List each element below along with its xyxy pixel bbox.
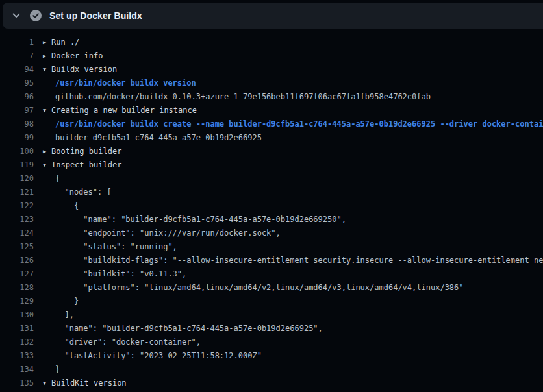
log-line[interactable]: 1 ▶ Run ./ [0, 36, 543, 49]
line-text: "driver": "docker-container", [55, 336, 201, 349]
line-text: github.com/docker/buildx 0.10.3+azure-1 … [55, 90, 431, 104]
log-line: 124 "endpoint": "unix:///var/run/docker.… [0, 227, 543, 240]
log-line: 126 "buildkitd-flags": "--allow-insecure… [0, 254, 543, 267]
line-text: "nodes": [ [55, 186, 112, 199]
log-line[interactable]: 119 ▼ Inspect builder [0, 158, 543, 172]
log-line: 132 "driver": "docker-container", [0, 336, 543, 349]
line-number[interactable]: 1 [0, 36, 34, 49]
line-number[interactable]: 126 [0, 254, 34, 267]
step-header[interactable]: Set up Docker Buildx [3, 3, 543, 29]
line-number[interactable]: 100 [0, 145, 34, 158]
group-arrow-icon[interactable]: ▶ [43, 49, 51, 63]
group-arrow-icon[interactable]: ▶ [43, 36, 51, 49]
log-line[interactable]: 135 ▼ BuildKit version [0, 376, 543, 390]
line-text: Docker info [51, 49, 103, 63]
line-text: } [55, 363, 60, 376]
line-number[interactable]: 125 [0, 240, 34, 254]
line-text: /usr/bin/docker buildx version [55, 77, 196, 90]
line-number[interactable]: 95 [0, 77, 34, 90]
step-title: Set up Docker Buildx [49, 10, 142, 21]
line-text: ], [55, 308, 74, 322]
log-line: 134 } [0, 363, 543, 376]
line-text: "endpoint": "unix:///var/run/docker.sock… [55, 227, 281, 240]
check-circle-icon [30, 10, 42, 21]
log-line[interactable]: 97 ▼ Creating a new builder instance [0, 104, 543, 117]
line-number[interactable]: 124 [0, 227, 34, 240]
line-number[interactable]: 96 [0, 90, 34, 104]
chevron-down-icon [12, 11, 21, 20]
log-line: 98 /usr/bin/docker buildx create --name … [0, 117, 543, 131]
line-number[interactable]: 129 [0, 295, 34, 308]
log-line: 121 "nodes": [ [0, 186, 543, 199]
line-number[interactable]: 123 [0, 213, 34, 227]
log-line: 129 } [0, 295, 543, 308]
log-line: 120 { [0, 172, 543, 186]
line-text: Inspect builder [51, 158, 121, 172]
line-text: "status": "running", [55, 240, 177, 254]
line-text: Booting builder [51, 145, 121, 158]
line-number[interactable]: 119 [0, 158, 34, 172]
line-number[interactable]: 135 [0, 376, 34, 390]
line-text: "platforms": "linux/amd64,linux/amd64/v2… [55, 281, 464, 295]
line-number[interactable]: 127 [0, 267, 34, 281]
line-number[interactable]: 120 [0, 172, 34, 186]
group-arrow-icon[interactable]: ▼ [43, 158, 51, 172]
line-number[interactable]: 133 [0, 349, 34, 363]
log-line[interactable]: 100 ▶ Booting builder [0, 145, 543, 158]
log-line: 127 "buildkit": "v0.11.3", [0, 267, 543, 281]
line-text: /usr/bin/docker buildx create --name bui… [55, 117, 543, 131]
log-line: 99 builder-d9cfb5a1-c764-445a-a57e-0b19d… [0, 131, 543, 145]
line-number[interactable]: 130 [0, 308, 34, 322]
line-text: Buildx version [51, 63, 117, 77]
line-text: { [55, 199, 79, 213]
line-number[interactable]: 122 [0, 199, 34, 213]
line-text: Creating a new builder instance [51, 104, 197, 117]
line-number[interactable]: 7 [0, 49, 34, 63]
log-line: 133 "lastActivity": "2023-02-25T11:58:12… [0, 349, 543, 363]
line-text: Run ./ [51, 36, 79, 49]
line-text: "lastActivity": "2023-02-25T11:58:12.000… [55, 349, 262, 363]
log-line: 125 "status": "running", [0, 240, 543, 254]
log-line: 130 ], [0, 308, 543, 322]
line-number[interactable]: 132 [0, 336, 34, 349]
line-number[interactable]: 98 [0, 117, 34, 131]
log-line: 128 "platforms": "linux/amd64,linux/amd6… [0, 281, 543, 295]
line-number[interactable]: 134 [0, 363, 34, 376]
line-text: builder-d9cfb5a1-c764-445a-a57e-0b19d2e6… [55, 131, 262, 145]
collapse-step-button[interactable] [8, 7, 25, 24]
line-number[interactable]: 97 [0, 104, 34, 117]
line-text: "name": "builder-d9cfb5a1-c764-445a-a57e… [55, 213, 346, 227]
group-arrow-icon[interactable]: ▼ [43, 376, 51, 390]
line-text: "buildkitd-flags": "--allow-insecure-ent… [55, 254, 543, 267]
log-line: 123 "name": "builder-d9cfb5a1-c764-445a-… [0, 213, 543, 227]
line-text: { [55, 172, 60, 186]
group-arrow-icon[interactable]: ▼ [43, 63, 51, 77]
line-number[interactable]: 121 [0, 186, 34, 199]
line-number[interactable]: 94 [0, 63, 34, 77]
log-line: 95 /usr/bin/docker buildx version [0, 77, 543, 90]
group-arrow-icon[interactable]: ▶ [43, 145, 51, 158]
log-line[interactable]: 7 ▶ Docker info [0, 49, 543, 63]
line-number[interactable]: 131 [0, 322, 34, 336]
line-number[interactable]: 99 [0, 131, 34, 145]
line-text: } [55, 295, 79, 308]
log-line: 96 github.com/docker/buildx 0.10.3+azure… [0, 90, 543, 104]
line-text: BuildKit version [51, 376, 127, 390]
line-text: "name": "builder-d9cfb5a1-c764-445a-a57e… [55, 322, 323, 336]
group-arrow-icon[interactable]: ▼ [43, 104, 51, 117]
log-line: 131 "name": "builder-d9cfb5a1-c764-445a-… [0, 322, 543, 336]
log-output: 1 ▶ Run ./ 7 ▶ Docker info 94 ▼ Buildx v… [0, 36, 543, 392]
line-text: "buildkit": "v0.11.3", [55, 267, 186, 281]
log-line: 122 { [0, 199, 543, 213]
line-number[interactable]: 128 [0, 281, 34, 295]
log-line[interactable]: 94 ▼ Buildx version [0, 63, 543, 77]
